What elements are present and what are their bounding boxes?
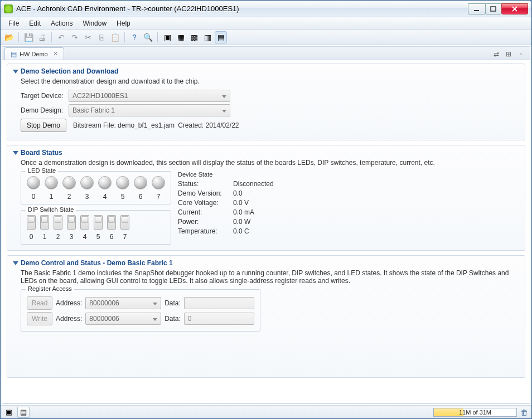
menu-help[interactable]: Help [112, 18, 135, 28]
led-5 [116, 176, 129, 189]
dip-4 [80, 215, 89, 230]
memory-gauge: 11M of 31M [433, 408, 517, 417]
data-label: Data: [165, 315, 181, 323]
write-data-field[interactable]: 0 [184, 313, 254, 325]
demo-version-key: Demo Version: [178, 189, 231, 197]
svg-rect-0 [474, 10, 479, 11]
group-label: Register Access [26, 285, 74, 292]
section-title: Board Status [21, 149, 62, 157]
menu-bar: File Edit Actions Window Help [1, 17, 531, 30]
current-value: 0.0 mA [233, 208, 254, 216]
core-voltage-key: Core Voltage: [178, 199, 231, 207]
paste-icon[interactable]: 📋 [109, 31, 121, 43]
perspective-icon[interactable]: ▣ [3, 407, 15, 418]
twisty-icon[interactable] [13, 70, 18, 74]
temperature-value: 0.0 C [233, 227, 249, 235]
trash-icon[interactable]: 🗑 [520, 408, 529, 417]
menu-file[interactable]: File [4, 18, 23, 28]
led-3 [80, 176, 94, 189]
tab-label: HW Demo [20, 51, 48, 57]
status-value: Disconnected [233, 180, 274, 188]
title-bar: ACE - Achronix CAD Environment - TR->cou… [1, 1, 531, 17]
tab-strip: ▤ HW Demo ✕ ⇄ ⊞ ▫ [2, 47, 530, 60]
tab-close-icon[interactable]: ✕ [52, 51, 59, 57]
write-address-combo[interactable]: 80000006 [85, 313, 161, 325]
address-label: Address: [56, 299, 82, 307]
tab-hw-demo[interactable]: ▤ HW Demo ✕ [4, 47, 64, 60]
save-icon[interactable]: 💾 [22, 31, 35, 43]
created-label: Created: 2014/02/22 [178, 121, 239, 129]
demo-design-combo[interactable]: Basic Fabric 1 [69, 104, 230, 116]
status-bar: ▣ ▤ 11M of 31M 🗑 [1, 405, 531, 418]
view-icon-2[interactable]: ⊞ [503, 48, 514, 60]
dip-1 [40, 215, 49, 230]
group-label: Device State [178, 171, 519, 178]
data-label: Data: [165, 299, 181, 307]
bitstream-file-label: Bitstream File: demo_bf1_es1.jam [73, 121, 175, 129]
section-board-status: Board Status Once a demonstration design… [7, 145, 525, 251]
stop-demo-button[interactable]: Stop Demo [21, 119, 66, 132]
read-data-field[interactable] [184, 297, 254, 309]
section-desc: Select the demonstration design and down… [21, 77, 519, 85]
led-7 [152, 176, 165, 189]
tool-icon-1[interactable]: ▣ [161, 31, 173, 43]
dip-switch-group: DIP Switch State 0 1 2 3 4 5 6 7 [21, 210, 171, 245]
menu-window[interactable]: Window [78, 18, 111, 28]
read-button[interactable]: Read [27, 296, 52, 310]
led-2 [62, 176, 76, 189]
twisty-icon[interactable] [13, 151, 18, 155]
device-state-group: Device State Status:Disconnected Demo Ve… [178, 171, 519, 245]
read-address-combo[interactable]: 80000006 [85, 297, 161, 309]
led-6 [134, 176, 147, 189]
cut-icon[interactable]: ✂ [82, 31, 94, 43]
dip-5 [94, 215, 103, 230]
dip-6 [107, 215, 116, 230]
twisty-icon[interactable] [13, 261, 18, 265]
menu-actions[interactable]: Actions [46, 18, 77, 28]
dip-7 [120, 215, 129, 230]
tool-icon-3[interactable]: ▩ [188, 31, 200, 43]
window-title: ACE - Achronix CAD Environment - TR->cou… [16, 4, 468, 13]
toolbar: 📂 💾 🖨 ↶ ↷ ✂ ⎘ 📋 ? 🔍 ▣ ▦ ▩ ▥ ▤ [1, 30, 531, 45]
menu-edit[interactable]: Edit [25, 18, 45, 28]
group-label: DIP Switch State [26, 206, 76, 213]
close-button[interactable] [501, 3, 528, 14]
tool-icon-5[interactable]: ▤ [215, 31, 227, 43]
write-button[interactable]: Write [27, 312, 52, 325]
tool-icon-4[interactable]: ▥ [201, 31, 214, 43]
print-icon[interactable]: 🖨 [36, 31, 48, 43]
led-state-group: LED State 0 1 2 3 4 5 6 7 [21, 171, 171, 204]
section-demo-selection: Demo Selection and Download Select the d… [7, 64, 525, 140]
led-4 [98, 176, 112, 189]
tab-icon: ▤ [9, 50, 17, 58]
group-label: LED State [26, 167, 58, 174]
section-title: Demo Control and Status - Demo Basic Fab… [21, 259, 173, 267]
redo-icon[interactable]: ↷ [69, 31, 81, 43]
content-panel: Demo Selection and Download Select the d… [2, 60, 530, 403]
current-key: Current: [178, 208, 231, 216]
section-desc: The Basic Fabric 1 demo includes the Sna… [21, 269, 519, 285]
perspective-button[interactable]: ▤ [17, 407, 30, 418]
tool-icon-2[interactable]: ▦ [175, 31, 187, 43]
copy-icon[interactable]: ⎘ [95, 31, 108, 43]
help-icon[interactable]: ? [128, 31, 141, 43]
view-icon-1[interactable]: ⇄ [491, 48, 502, 60]
section-title: Demo Selection and Download [21, 67, 118, 75]
undo-icon[interactable]: ↶ [55, 31, 67, 43]
minimize-button[interactable] [468, 3, 486, 14]
maximize-button[interactable] [485, 3, 502, 14]
dip-2 [54, 215, 62, 230]
led-0 [27, 176, 40, 189]
status-key: Status: [178, 180, 231, 188]
open-icon[interactable]: 📂 [3, 31, 15, 43]
app-icon [4, 4, 13, 13]
demo-version-value: 0.0 [233, 189, 243, 197]
target-device-label: Target Device: [21, 92, 65, 100]
target-device-combo[interactable]: AC22iHD1000ES1 [69, 90, 230, 102]
power-key: Power: [178, 218, 231, 226]
power-value: 0.0 W [233, 218, 250, 226]
demo-design-label: Demo Design: [21, 106, 65, 114]
search-icon[interactable]: 🔍 [142, 31, 154, 43]
core-voltage-value: 0.0 V [233, 199, 249, 207]
view-icon-3[interactable]: ▫ [515, 48, 526, 60]
